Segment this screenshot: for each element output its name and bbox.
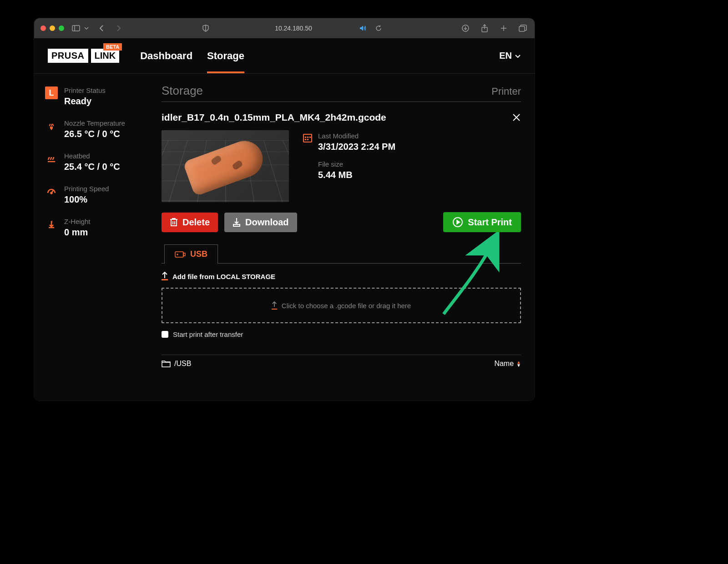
sidebar: L Printer Status Ready Nozzle Temperatur… xyxy=(34,74,162,401)
speed-label: Printing Speed xyxy=(64,185,109,193)
checkbox[interactable] xyxy=(162,331,168,338)
sort-column[interactable]: Name ▲▼ xyxy=(494,360,521,368)
audio-icon[interactable] xyxy=(358,23,369,34)
sidebar-nozzle: Nozzle Temperature 26.5 °C / 0 °C xyxy=(45,119,151,139)
page-header: Storage Printer xyxy=(162,84,521,102)
upload-icon xyxy=(162,272,168,281)
status-value: Ready xyxy=(64,96,106,107)
heatbed-icon xyxy=(45,152,58,165)
play-icon xyxy=(452,217,463,228)
logo: PRUSA LINK BETA xyxy=(48,49,119,63)
sidebar-speed: Printing Speed 100% xyxy=(45,185,151,205)
reload-icon[interactable] xyxy=(373,23,384,34)
add-file-label: Add file from LOCAL STORAGE xyxy=(172,273,275,280)
download-icon xyxy=(233,218,241,227)
start-label: Start Print xyxy=(468,217,512,228)
svg-rect-10 xyxy=(50,127,53,128)
start-print-button[interactable]: Start Print xyxy=(443,212,521,232)
tab-dashboard[interactable]: Dashboard xyxy=(140,38,192,73)
start-after-transfer-row[interactable]: Start print after transfer xyxy=(162,330,521,338)
speed-icon xyxy=(45,185,58,198)
path-text: /USB xyxy=(174,360,191,368)
storage-path-row: /USB Name ▲▼ xyxy=(162,355,521,368)
svg-rect-23 xyxy=(309,137,311,138)
dropzone[interactable]: Click to choose a .gcode file or drag it… xyxy=(162,288,521,323)
calendar-icon xyxy=(303,133,313,143)
shield-icon[interactable] xyxy=(200,23,211,34)
chevron-down-icon[interactable] xyxy=(83,23,90,34)
storage-tab-label: USB xyxy=(190,249,207,259)
status-label: Printer Status xyxy=(64,86,106,94)
storage-tab-usb[interactable]: USB xyxy=(164,244,218,264)
tabs-overview-icon[interactable] xyxy=(517,23,528,34)
sidebar-zheight: z Z-Height 0 mm xyxy=(45,218,151,238)
svg-marker-31 xyxy=(457,220,460,224)
trash-icon xyxy=(170,218,178,227)
svg-rect-9 xyxy=(519,26,525,31)
main-panel: Storage Printer idler_B17_0.4n_0.15mm_PL… xyxy=(162,74,535,401)
modified-value: 3/31/2023 2:24 PM xyxy=(318,142,395,152)
app-root: PRUSA LINK BETA Dashboard Storage EN L xyxy=(34,38,535,401)
close-window-icon[interactable] xyxy=(40,25,46,31)
svg-text:z: z xyxy=(51,219,53,224)
usb-icon xyxy=(175,251,186,258)
speed-value: 100% xyxy=(64,194,109,205)
back-icon[interactable] xyxy=(96,23,107,34)
folder-icon xyxy=(162,360,171,367)
storage-tabs: USB xyxy=(162,244,521,264)
tab-storage[interactable]: Storage xyxy=(207,38,244,73)
add-file-row[interactable]: Add file from LOCAL STORAGE xyxy=(162,272,521,281)
sort-label: Name xyxy=(494,360,514,368)
logo-text-a: PRUSA xyxy=(48,49,88,63)
delete-label: Delete xyxy=(182,217,210,228)
sort-arrows-icon: ▲▼ xyxy=(516,361,521,367)
upload-icon xyxy=(272,301,277,310)
file-details: Last Modified 3/31/2023 2:24 PM File siz… xyxy=(162,130,521,202)
sidebar-toggle-icon[interactable] xyxy=(71,23,81,34)
nozzle-icon xyxy=(45,119,58,132)
new-tab-icon[interactable] xyxy=(498,23,509,34)
svg-rect-21 xyxy=(305,137,306,138)
storage-path[interactable]: /USB xyxy=(162,360,191,368)
svg-point-14 xyxy=(51,193,52,194)
delete-button[interactable]: Delete xyxy=(162,213,218,232)
svg-rect-29 xyxy=(233,224,240,226)
nozzle-value: 26.5 °C / 0 °C xyxy=(64,129,125,139)
modified-label: Last Modified xyxy=(318,132,395,140)
browser-titlebar: 10.24.180.50 xyxy=(34,18,535,38)
address-text[interactable]: 10.24.180.50 xyxy=(275,25,312,32)
zheight-value: 0 mm xyxy=(64,227,91,238)
minimize-window-icon[interactable] xyxy=(50,25,55,31)
maximize-window-icon[interactable] xyxy=(59,25,64,31)
beta-badge: BETA xyxy=(103,43,122,51)
heatbed-value: 25.4 °C / 0 °C xyxy=(64,162,120,172)
zheight-label: Z-Height xyxy=(64,218,91,225)
page-subtitle: Printer xyxy=(491,86,521,97)
nozzle-label: Nozzle Temperature xyxy=(64,119,125,127)
file-actions: Delete Download Start Print xyxy=(162,212,521,232)
window-controls[interactable] xyxy=(40,25,64,31)
language-label: EN xyxy=(499,51,512,61)
sidebar-heatbed: Heatbed 25.4 °C / 0 °C xyxy=(45,152,151,172)
close-icon[interactable] xyxy=(512,113,521,122)
checkbox-label: Start print after transfer xyxy=(173,330,243,338)
download-label: Download xyxy=(245,217,289,228)
svg-rect-20 xyxy=(303,134,312,142)
svg-marker-11 xyxy=(50,128,53,130)
forward-icon[interactable] xyxy=(113,23,124,34)
file-name: idler_B17_0.4n_0.15mm_PLA_MK4_2h42m.gcod… xyxy=(162,112,386,123)
status-icon: L xyxy=(45,86,58,99)
dropzone-label: Click to choose a .gcode file or drag it… xyxy=(282,302,411,310)
download-button[interactable]: Download xyxy=(224,213,297,232)
share-icon[interactable] xyxy=(479,23,490,34)
svg-rect-33 xyxy=(183,253,185,256)
logo-text-b: LINK xyxy=(88,49,120,63)
svg-rect-25 xyxy=(307,139,308,140)
file-header: idler_B17_0.4n_0.15mm_PLA_MK4_2h42m.gcod… xyxy=(162,112,521,123)
downloads-icon[interactable] xyxy=(460,23,471,34)
heatbed-label: Heatbed xyxy=(64,152,120,160)
svg-rect-32 xyxy=(175,252,183,257)
language-selector[interactable]: EN xyxy=(499,51,521,61)
svg-point-34 xyxy=(177,254,178,255)
size-label: File size xyxy=(318,160,353,168)
